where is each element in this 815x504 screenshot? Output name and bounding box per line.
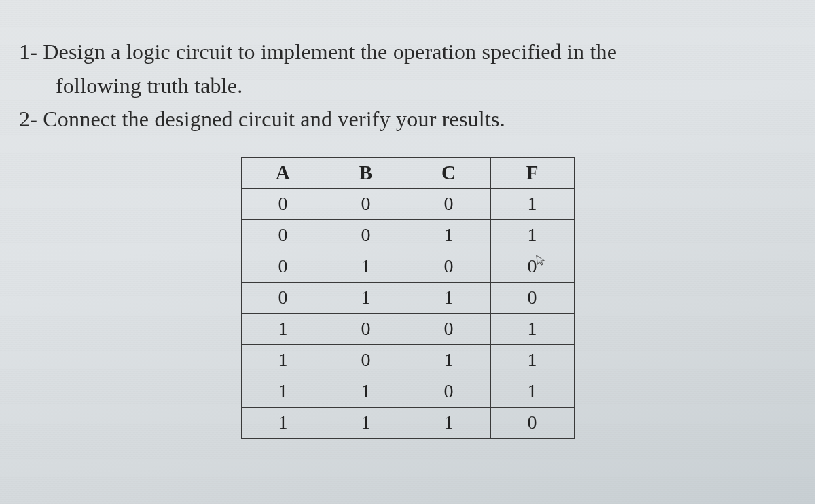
truth-table: A B C F 0 0 0 1 0 0 1 1 — [241, 157, 575, 439]
cell: 1 — [490, 344, 574, 376]
table-row: 0 1 0 0 — [241, 251, 574, 282]
cell: 0 — [408, 376, 491, 407]
table-header-row: A B C F — [241, 157, 574, 188]
truth-table-container: A B C F 0 0 0 1 0 0 1 1 — [19, 157, 796, 439]
cell: 0 — [325, 313, 408, 344]
question-1-line-1: 1- Design a logic circuit to implement t… — [19, 35, 796, 69]
cell: 0 — [241, 188, 325, 219]
table-row: 0 0 0 1 — [241, 188, 574, 219]
col-header-C: C — [408, 157, 491, 188]
question-1-line-2: following truth table. — [19, 69, 796, 103]
table-row: 1 0 1 1 — [241, 344, 574, 376]
cell: 1 — [408, 219, 491, 251]
cell: 0 — [325, 219, 408, 251]
cell: 0 — [408, 313, 491, 344]
table-row: 0 1 1 0 — [241, 282, 574, 313]
cell: 1 — [241, 376, 325, 407]
table-body: 0 0 0 1 0 0 1 1 0 1 0 0 0 — [241, 188, 574, 438]
question-2: 2- Connect the designed circuit and veri… — [19, 103, 796, 137]
col-header-A: A — [241, 157, 325, 188]
cell: 1 — [241, 313, 325, 344]
cell: 0 — [408, 188, 491, 219]
cell: 0 — [241, 282, 325, 313]
col-header-B: B — [325, 157, 408, 188]
cell: 1 — [408, 344, 491, 376]
cell: 0 — [490, 407, 574, 438]
document-page: 1- Design a logic circuit to implement t… — [0, 0, 815, 439]
cell: 1 — [325, 376, 408, 407]
table-row: 1 1 1 0 — [241, 407, 574, 438]
table-row: 1 1 0 1 — [241, 376, 574, 407]
cell: 1 — [325, 282, 408, 313]
table-row: 1 0 0 1 — [241, 313, 574, 344]
cell: 1 — [408, 407, 491, 438]
cell: 0 — [490, 251, 574, 282]
cell: 1 — [490, 376, 574, 407]
cell: 1 — [241, 344, 325, 376]
cell: 0 — [241, 251, 325, 282]
cell: 1 — [490, 313, 574, 344]
cell: 1 — [490, 219, 574, 251]
cell: 0 — [325, 344, 408, 376]
col-header-F: F — [490, 157, 574, 188]
cell: 0 — [490, 282, 574, 313]
table-row: 0 0 1 1 — [241, 219, 574, 251]
question-block: 1- Design a logic circuit to implement t… — [19, 35, 796, 137]
cell: 0 — [408, 251, 491, 282]
cell: 1 — [241, 407, 325, 438]
cell: 0 — [325, 188, 408, 219]
cell: 1 — [490, 188, 574, 219]
cell: 1 — [325, 251, 408, 282]
cell: 1 — [408, 282, 491, 313]
cell: 0 — [241, 219, 325, 251]
cell: 1 — [325, 407, 408, 438]
